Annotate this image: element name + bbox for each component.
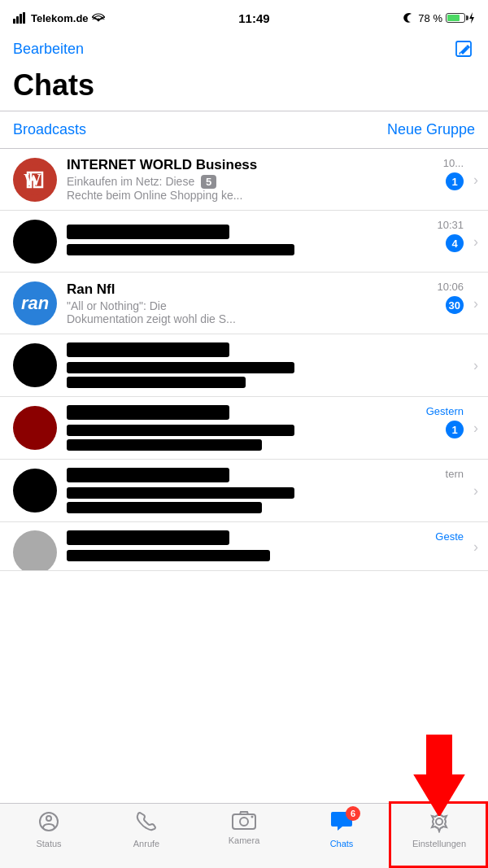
chat-badge-5: 1	[446, 421, 464, 438]
wifi-icon	[92, 13, 105, 23]
svg-rect-3	[23, 12, 25, 24]
chat-badge-1: 1	[446, 172, 464, 190]
battery-icon	[446, 13, 465, 23]
chat-content-4	[67, 342, 488, 388]
nav-bar: Bearbeiten	[0, 33, 488, 67]
chat-right-2: 10:31 4	[423, 219, 464, 252]
page-title-bar: Chats	[0, 67, 488, 111]
avatar-ran: ran	[13, 281, 57, 325]
chat-preview2-3: Dokumentation zeigt wohl die S...	[67, 312, 468, 325]
tab-label-einstellungen: Einstellungen	[412, 839, 466, 848]
neue-gruppe-link[interactable]: Neue Gruppe	[387, 121, 475, 138]
chat-item-7[interactable]: Geste ›	[0, 522, 488, 571]
redacted-line-7	[67, 550, 270, 561]
chevron-6: ›	[473, 482, 478, 499]
redacted-name-2	[67, 225, 229, 239]
carrier-name: Telekom.de	[31, 12, 89, 24]
redacted-line1-2	[67, 244, 294, 255]
svg-rect-1	[16, 16, 19, 24]
redacted-name-4	[67, 342, 229, 357]
chat-right-7: Geste	[423, 530, 464, 543]
chat-time-6: tern	[446, 468, 464, 480]
chat-item-3[interactable]: ran Ran Nfl "All or Nothing": Die Dokume…	[0, 273, 488, 334]
chat-icon-wrapper: 6	[329, 810, 354, 836]
chat-badge-3: 30	[446, 296, 464, 314]
chevron-2: ›	[473, 233, 478, 250]
chevron-7: ›	[473, 538, 478, 555]
svg-point-12	[240, 818, 248, 826]
redacted-line1-6	[67, 487, 294, 499]
redacted-name-7	[67, 530, 229, 545]
tab-label-kamera: Kamera	[229, 835, 260, 845]
tab-anrufe[interactable]: Anrufe	[98, 810, 195, 848]
tab-einstellungen[interactable]: Einstellungen	[390, 810, 488, 848]
battery-percent: 78 %	[418, 12, 442, 24]
redacted-line2-6	[67, 502, 262, 513]
svg-point-10	[46, 816, 51, 821]
chevron-5: ›	[473, 420, 478, 437]
chat-time-5: Gestern	[426, 405, 464, 417]
avatar-4	[13, 343, 57, 387]
svg-line-5	[460, 52, 460, 55]
camera-icon	[232, 810, 256, 833]
redacted-line2-5	[67, 439, 262, 451]
chat-right-5: Gestern 1	[423, 405, 464, 438]
moon-icon	[403, 12, 415, 24]
gear-svg-icon	[428, 810, 451, 833]
tab-label-chats: Chats	[330, 839, 354, 848]
chat-item-1[interactable]: W INTERNET WORLD Business Einkaufen im N…	[0, 149, 488, 211]
signal-icon	[13, 12, 28, 24]
chevron-1: ›	[473, 171, 478, 188]
chat-preview-3: "All or Nothing": Die	[67, 299, 468, 312]
avatar-5	[13, 406, 57, 450]
redacted-line2-4	[67, 377, 246, 388]
chat-time-3: 10:06	[437, 281, 464, 293]
chat-preview2-1: Rechte beim Online Shopping ke...	[67, 189, 468, 202]
chat-right-6: tern	[423, 468, 464, 480]
status-bar: Telekom.de 11:49 78 %	[0, 0, 488, 33]
edit-button[interactable]: Bearbeiten	[13, 41, 84, 58]
redacted-name-5	[67, 405, 229, 420]
preview-badge-1: 5	[201, 175, 216, 189]
redacted-line1-4	[67, 362, 294, 373]
tab-kamera[interactable]: Kamera	[195, 810, 293, 845]
status-circle-icon	[37, 810, 60, 833]
compose-button[interactable]	[452, 37, 475, 60]
chat-name-3: Ran Nfl	[67, 281, 468, 298]
status-time: 11:49	[238, 11, 269, 25]
status-icon	[37, 810, 60, 836]
chat-time-7: Geste	[435, 530, 464, 543]
chat-item-2[interactable]: 10:31 4 ›	[0, 211, 488, 273]
page-title: Chats	[13, 68, 94, 102]
status-right: 78 %	[403, 12, 475, 24]
redacted-line1-5	[67, 425, 294, 436]
phone-icon	[136, 810, 157, 836]
tab-chats[interactable]: 6 Chats	[293, 810, 390, 848]
chat-badge-2: 4	[446, 234, 464, 252]
broadcasts-link[interactable]: Broadcasts	[13, 121, 86, 138]
chat-item-4[interactable]: ›	[0, 334, 488, 397]
charging-icon	[468, 12, 475, 24]
phone-svg-icon	[136, 810, 157, 833]
avatar-6	[13, 469, 57, 513]
chat-name-1: INTERNET WORLD Business	[67, 157, 468, 173]
svg-rect-0	[13, 19, 15, 24]
chat-item-6[interactable]: tern ›	[0, 460, 488, 522]
chat-right-1: 10... 1	[423, 157, 464, 190]
avatar-iw: W	[13, 158, 57, 202]
section-header: Broadcasts Neue Gruppe	[0, 111, 488, 148]
svg-text:W: W	[24, 169, 41, 190]
chat-time-1: 10...	[443, 157, 464, 169]
iw-logo: W	[20, 164, 50, 195]
svg-point-14	[436, 818, 442, 825]
carrier-signal: Telekom.de	[13, 12, 105, 24]
ran-logo-text: ran	[21, 293, 49, 314]
compose-icon	[454, 39, 473, 59]
chat-item-5[interactable]: Gestern 1 ›	[0, 397, 488, 460]
chat-list: W INTERNET WORLD Business Einkaufen im N…	[0, 149, 488, 571]
svg-rect-2	[20, 14, 22, 24]
tab-label-status: Status	[36, 839, 61, 848]
chat-right-3: 10:06 30	[423, 281, 464, 314]
tab-status[interactable]: Status	[0, 810, 98, 848]
avatar-7	[13, 530, 57, 571]
